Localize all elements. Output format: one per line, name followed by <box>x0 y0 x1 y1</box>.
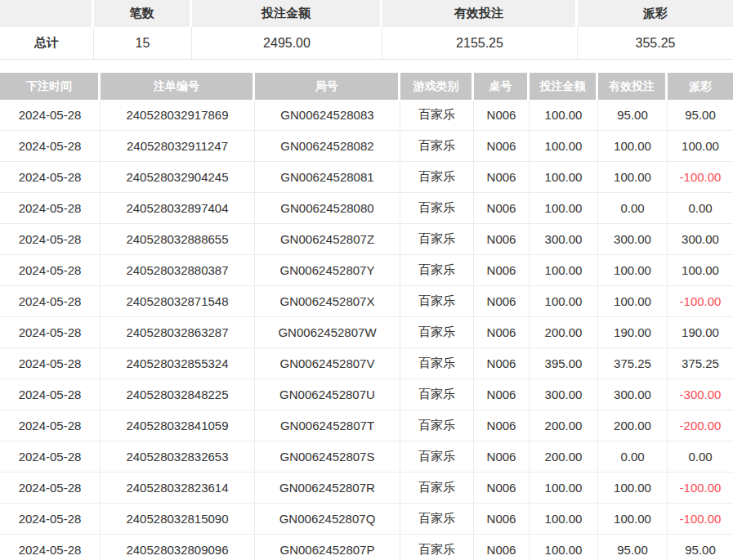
cell-payout: 100.00 <box>668 131 733 161</box>
cell-bet-time: 2024-05-28 <box>0 100 101 130</box>
cell-bet-amount: 100.00 <box>530 193 598 223</box>
records-body: 2024-05-28 240528032917869 GN00624528083… <box>0 100 733 560</box>
cell-bet-amount: 300.00 <box>530 379 598 410</box>
records-header-row: 下注时间 注单编号 局号 游戏类别 桌号 投注金额 有效投注 派彩 <box>0 73 733 100</box>
cell-bet-amount: 100.00 <box>530 162 598 192</box>
cell-table-no: N006 <box>474 410 530 441</box>
cell-bet-time: 2024-05-28 <box>0 286 101 316</box>
col-header-bet-time: 下注时间 <box>0 73 101 100</box>
cell-game-type: 百家乐 <box>400 286 474 316</box>
cell-table-no: N006 <box>474 379 530 410</box>
cell-valid-bet: 100.00 <box>598 286 668 316</box>
cell-game-type: 百家乐 <box>400 504 474 534</box>
cell-game-type: 百家乐 <box>400 100 474 130</box>
cell-table-no: N006 <box>474 255 530 285</box>
cell-game-type: 百家乐 <box>400 379 474 410</box>
cell-valid-bet: 190.00 <box>598 317 668 347</box>
cell-round-id: GN0062452807X <box>255 286 400 316</box>
table-row: 2024-05-28 240528032855324 GN0062452807V… <box>0 348 733 379</box>
summary-total-count: 15 <box>94 27 192 59</box>
cell-bet-time: 2024-05-28 <box>0 535 101 560</box>
cell-payout: 95.00 <box>668 100 733 130</box>
cell-bet-id: 240528032815090 <box>101 504 255 534</box>
cell-bet-id: 240528032871548 <box>101 286 255 316</box>
cell-bet-id: 240528032832653 <box>101 441 255 472</box>
table-row: 2024-05-28 240528032871548 GN0062452807X… <box>0 286 733 317</box>
cell-bet-time: 2024-05-28 <box>0 410 101 441</box>
cell-table-no: N006 <box>474 286 530 316</box>
summary-header-count: 笔数 <box>94 0 192 27</box>
cell-round-id: GN0062452807Y <box>255 255 400 285</box>
cell-table-no: N006 <box>474 193 530 223</box>
table-row: 2024-05-28 240528032841059 GN0062452807T… <box>0 410 733 441</box>
cell-payout: -100.00 <box>668 286 733 316</box>
cell-valid-bet: 95.00 <box>598 100 668 130</box>
table-row: 2024-05-28 240528032904245 GN00624528081… <box>0 162 733 193</box>
cell-payout: 190.00 <box>668 317 733 347</box>
cell-valid-bet: 100.00 <box>598 255 668 285</box>
cell-bet-amount: 100.00 <box>530 504 598 534</box>
cell-bet-id: 240528032897404 <box>101 193 255 223</box>
cell-bet-id: 240528032809096 <box>101 535 255 560</box>
cell-game-type: 百家乐 <box>400 535 474 560</box>
summary-total-bet-amount: 2495.00 <box>192 27 382 59</box>
cell-payout: 95.00 <box>668 535 733 560</box>
records-table: 下注时间 注单编号 局号 游戏类别 桌号 投注金额 有效投注 派彩 2024-0… <box>0 73 733 560</box>
cell-round-id: GN00624528081 <box>255 162 400 192</box>
cell-game-type: 百家乐 <box>400 410 474 441</box>
summary-total-row: 总计 15 2495.00 2155.25 355.25 <box>0 27 733 60</box>
cell-table-no: N006 <box>474 473 530 503</box>
cell-table-no: N006 <box>474 317 530 347</box>
table-row: 2024-05-28 240528032917869 GN00624528083… <box>0 100 733 131</box>
cell-bet-amount: 100.00 <box>530 473 598 503</box>
cell-bet-id: 240528032904245 <box>101 162 255 192</box>
cell-game-type: 百家乐 <box>400 162 474 192</box>
cell-round-id: GN0062452807Q <box>255 504 400 534</box>
cell-table-no: N006 <box>474 504 530 534</box>
cell-table-no: N006 <box>474 441 530 472</box>
cell-round-id: GN0062452807U <box>255 379 400 410</box>
col-header-payout: 派彩 <box>668 73 733 100</box>
cell-payout: 0.00 <box>668 441 733 472</box>
col-header-game-type: 游戏类别 <box>400 73 474 100</box>
table-row: 2024-05-28 240528032863287 GN0062452807W… <box>0 317 733 348</box>
cell-round-id: GN0062452807P <box>255 535 400 560</box>
summary-total-valid-bet: 2155.25 <box>382 27 578 59</box>
cell-table-no: N006 <box>474 100 530 130</box>
table-row: 2024-05-28 240528032880387 GN0062452807Y… <box>0 255 733 286</box>
cell-bet-amount: 395.00 <box>530 348 598 379</box>
cell-payout: -100.00 <box>668 162 733 192</box>
cell-bet-id: 240528032855324 <box>101 348 255 379</box>
cell-bet-amount: 200.00 <box>530 410 598 441</box>
cell-round-id: GN0062452807S <box>255 441 400 472</box>
cell-bet-id: 240528032911247 <box>101 131 255 161</box>
cell-game-type: 百家乐 <box>400 131 474 161</box>
col-header-bet-id: 注单编号 <box>101 73 255 100</box>
col-header-bet-amount: 投注金额 <box>530 73 598 100</box>
cell-bet-id: 240528032841059 <box>101 410 255 441</box>
cell-round-id: GN0062452807R <box>255 473 400 503</box>
cell-valid-bet: 95.00 <box>598 535 668 560</box>
cell-game-type: 百家乐 <box>400 193 474 223</box>
cell-bet-id: 240528032917869 <box>101 100 255 130</box>
cell-bet-time: 2024-05-28 <box>0 193 101 223</box>
cell-bet-id: 240528032823614 <box>101 473 255 503</box>
cell-game-type: 百家乐 <box>400 473 474 503</box>
cell-bet-time: 2024-05-28 <box>0 317 101 347</box>
cell-table-no: N006 <box>474 162 530 192</box>
cell-valid-bet: 300.00 <box>598 379 668 410</box>
cell-round-id: GN0062452807V <box>255 348 400 379</box>
cell-bet-id: 240528032888655 <box>101 224 255 254</box>
cell-table-no: N006 <box>474 131 530 161</box>
table-row: 2024-05-28 240528032815090 GN0062452807Q… <box>0 504 733 535</box>
cell-round-id: GN00624528080 <box>255 193 400 223</box>
cell-round-id: GN0062452807Z <box>255 224 400 254</box>
cell-bet-amount: 100.00 <box>530 131 598 161</box>
summary-header-blank <box>0 0 94 27</box>
table-row: 2024-05-28 240528032809096 GN0062452807P… <box>0 535 733 560</box>
table-row: 2024-05-28 240528032832653 GN0062452807S… <box>0 441 733 473</box>
cell-payout: 300.00 <box>668 224 733 254</box>
cell-payout: -100.00 <box>668 473 733 503</box>
cell-bet-amount: 100.00 <box>530 255 598 285</box>
table-row: 2024-05-28 240528032897404 GN00624528080… <box>0 193 733 224</box>
